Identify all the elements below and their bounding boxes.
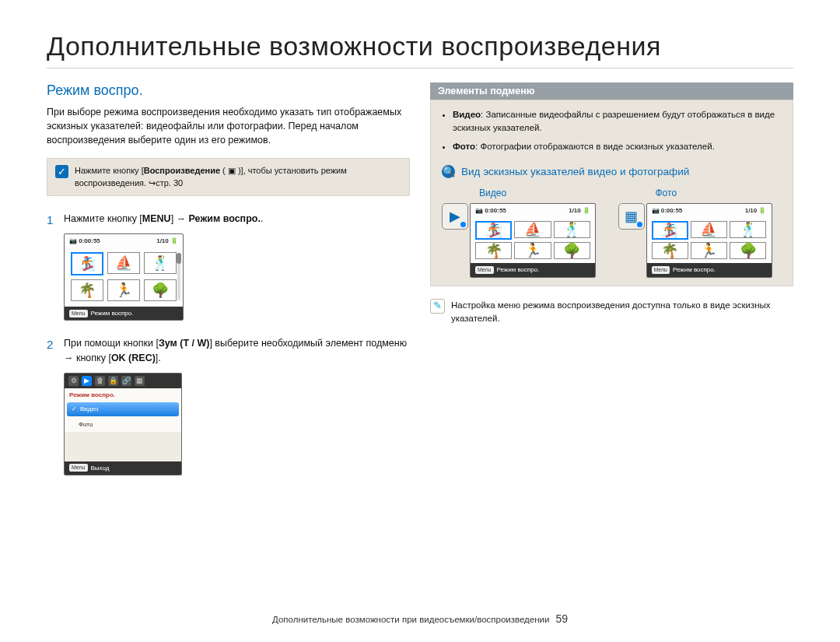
thumb-view-title: 🔍 Вид эскизных указателей видео и фотогр… — [442, 164, 782, 180]
lcd-photo-thumbs: 📷 0:00:55 1/10 🔋 🏂 ⛵ 🕺 🌴 🏃 🌳 — [646, 203, 772, 278]
tv-label-video: Видео — [479, 186, 606, 200]
tab-icon[interactable]: ▦ — [135, 376, 145, 386]
tab-icon[interactable]: 🗑 — [95, 376, 105, 386]
tab-icon[interactable]: 🔗 — [121, 376, 131, 386]
info-note: ✎ Настройка меню режима воспроизведения … — [430, 299, 793, 325]
step-number: 2 — [47, 336, 56, 475]
thumbnail[interactable]: ⛵ — [514, 221, 551, 238]
thumbnail[interactable]: 🏂 — [71, 252, 103, 275]
thumbnail[interactable]: 🌳 — [144, 279, 177, 301]
lcd-thumbnails: 📷 0:00:55 1/10 🔋 🏂 ⛵ 🕺 🌴 🏃 🌳 — [64, 233, 184, 321]
lcd-counter: 1/10 🔋 — [156, 237, 178, 246]
menu-heading: Режим воспро. — [65, 388, 181, 402]
tab-icon[interactable]: ⚙ — [68, 376, 79, 386]
submenu-panel: Видео: Записанные видеофайлы с разрешени… — [430, 100, 793, 286]
submenu-bullet: Фото: Фотографии отображаются в виде эск… — [453, 140, 782, 153]
info-icon: ✎ — [430, 299, 445, 314]
lcd-footer-label: Режим воспро. — [91, 309, 134, 318]
thumbnail[interactable]: 🏃 — [691, 242, 727, 259]
mode-photo-icon: ▦ — [618, 203, 645, 230]
thumbnail[interactable]: 🏂 — [475, 221, 512, 240]
lcd-exit-label: Выход — [91, 464, 110, 473]
thumbnail[interactable]: 🌴 — [71, 279, 103, 301]
tab-icon[interactable]: ▶ — [82, 376, 92, 386]
thumbnail-grid: 🏂 ⛵ 🕺 🌴 🏃 🌳 — [65, 248, 183, 307]
step-number: 1 — [47, 212, 56, 321]
menu-chip: Menu — [69, 310, 88, 317]
thumbnail[interactable]: 🕺 — [554, 221, 590, 238]
right-column: Элементы подменю Видео: Записанные видео… — [430, 82, 793, 475]
thumbnail[interactable]: 🕺 — [144, 252, 177, 274]
intro-paragraph: При выборе режима воспроизведения необхо… — [47, 105, 410, 147]
thumbnail[interactable]: 🌴 — [475, 242, 512, 259]
lcd-video-thumbs: 📷 0:00:55 1/10 🔋 🏂 ⛵ 🕺 🌴 🏃 🌳 — [470, 203, 596, 278]
lcd-time: 📷 0:00:55 — [69, 237, 100, 246]
thumbnail[interactable]: 🌳 — [554, 242, 590, 259]
thumbnail[interactable]: ⛵ — [107, 252, 140, 274]
note-text: Нажмите кнопку [Воспроизведение ( ▣ )], … — [75, 165, 401, 189]
play-mode-note: ✓ Нажмите кнопку [Воспроизведение ( ▣ )]… — [47, 158, 410, 196]
section-heading: Режим воспро. — [47, 82, 410, 99]
thumbnail[interactable]: 🏃 — [107, 279, 140, 301]
page-footer: Дополнительные возможности при видеосъем… — [0, 612, 840, 625]
submenu-bullet: Видео: Записанные видеофайлы с разрешени… — [453, 108, 782, 135]
step-2: 2 При помощи кнопки [Зум (T / W)] выбери… — [47, 336, 410, 475]
thumbnail[interactable]: 🌴 — [652, 242, 688, 259]
menu-item-photo[interactable]: Фото — [65, 418, 181, 432]
thumbnail[interactable]: 🌳 — [730, 242, 766, 259]
thumbnail[interactable]: 🏃 — [514, 242, 551, 259]
tab-icon[interactable]: 🔒 — [108, 376, 118, 386]
scrollbar[interactable] — [177, 253, 180, 300]
thumbnail[interactable]: 🏂 — [652, 221, 688, 240]
mode-video-icon: ▶ — [442, 203, 468, 230]
submenu-heading: Элементы подменю — [430, 82, 793, 100]
check-icon: ✓ — [55, 165, 68, 178]
lcd-menu: ⚙ ▶ 🗑 🔒 🔗 ▦ Режим воспро. ✓ Видео Фото — [64, 373, 182, 475]
menu-chip: Menu — [69, 464, 88, 472]
tv-label-photo: Фото — [656, 186, 782, 200]
menu-tabbar: ⚙ ▶ 🗑 🔒 🔗 ▦ — [65, 374, 181, 388]
page-title: Дополнительные возможности воспроизведен… — [47, 31, 793, 68]
thumbnail[interactable]: 🕺 — [730, 221, 766, 238]
menu-item-video[interactable]: ✓ Видео — [67, 402, 179, 416]
thumbnail[interactable]: ⛵ — [691, 221, 727, 238]
info-note-text: Настройка меню режима воспроизведения до… — [451, 299, 793, 325]
left-column: Режим воспро. При выборе режима воспроиз… — [47, 82, 410, 475]
step-1: 1 Нажмите кнопку [MENU] → Режим воспро..… — [47, 212, 410, 321]
magnify-icon: 🔍 — [442, 165, 455, 178]
page-number: 59 — [555, 612, 568, 625]
